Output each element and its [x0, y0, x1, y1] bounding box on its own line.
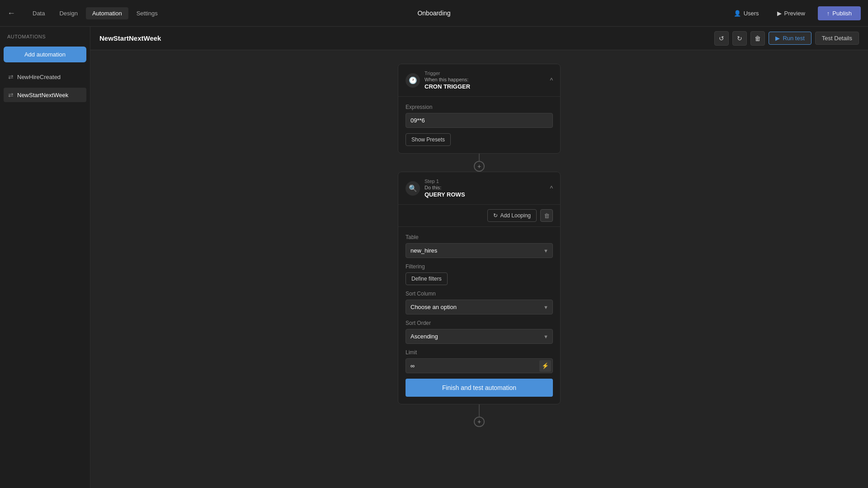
preview-icon: ▶ [777, 10, 782, 17]
page-title: NewStartNextWeek [99, 34, 161, 42]
clock-icon: 🕐 [409, 76, 417, 84]
test-details-label: Test Details [822, 35, 852, 42]
step1-meta-title: QUERY ROWS [425, 191, 465, 198]
lightning-icon: ⚡ [542, 362, 549, 369]
main-layout: Automations Add automation ⇄ NewHireCrea… [0, 27, 868, 488]
delete-automation-button[interactable]: 🗑 [750, 31, 765, 46]
step1-card: 🔍 Step 1 Do this: QUERY ROWS ^ ↻ Add Loo… [398, 172, 561, 404]
publish-label: Publish [832, 10, 852, 17]
trigger-icon: 🕐 [406, 73, 420, 88]
run-test-label: Run test [783, 35, 804, 42]
users-button[interactable]: 👤 Users [728, 7, 764, 19]
trigger-meta-title: CRON TRIGGER [425, 83, 470, 90]
sort-column-field-group: Sort Column Choose an option ▼ [406, 291, 553, 314]
undo-icon: ↺ [719, 35, 724, 42]
trigger-card-body: Expression Show Presets [398, 97, 560, 153]
users-icon: 👤 [734, 10, 741, 17]
loop-icon: ↻ [493, 212, 498, 219]
undo-button[interactable]: ↺ [714, 31, 729, 46]
sidebar-item-newhirecreated-label: NewHireCreated [17, 74, 61, 80]
sidebar-item-newstartnextweek[interactable]: ⇄ NewStartNextWeek [4, 88, 86, 102]
table-field-group: Table new_hires ▼ [406, 234, 553, 258]
sort-column-label: Sort Column [406, 291, 553, 297]
expression-field-group: Expression [406, 104, 553, 128]
trigger-card-meta: Trigger When this happens: CRON TRIGGER [425, 70, 470, 90]
table-select-wrapper: new_hires ▼ [406, 243, 553, 258]
app-title: Onboarding [417, 9, 450, 17]
header-actions: ↺ ↻ 🗑 ▶ Run test Test Details [714, 31, 859, 46]
step1-meta-label: Step 1 [425, 178, 465, 184]
show-presets-button[interactable]: Show Presets [406, 133, 451, 146]
step1-icon: 🔍 [406, 181, 420, 196]
add-automation-button[interactable]: Add automation [4, 47, 86, 62]
add-looping-button[interactable]: ↻ Add Looping [487, 209, 537, 222]
sidebar-item-newhirecreated[interactable]: ⇄ NewHireCreated [4, 70, 86, 84]
sidebar-section-title: Automations [4, 34, 86, 43]
sidebar-item-newstartnextweek-label: NewStartNextWeek [17, 92, 68, 99]
trigger-card-header-left: 🕐 Trigger When this happens: CRON TRIGGE… [406, 70, 470, 90]
main-header: NewStartNextWeek ↺ ↻ 🗑 ▶ Run test Test D… [90, 27, 868, 50]
finish-and-test-button[interactable]: Finish and test automation [406, 379, 553, 397]
limit-field-group: Limit ⚡ [406, 349, 553, 373]
expression-input[interactable] [406, 113, 553, 128]
share-icon-2: ⇄ [8, 91, 14, 99]
connector-1: + [479, 154, 480, 172]
define-filters-button[interactable]: Define filters [406, 272, 448, 285]
step1-meta-sublabel: Do this: [425, 185, 465, 190]
table-select[interactable]: new_hires [406, 243, 553, 258]
limit-variable-button[interactable]: ⚡ [539, 360, 551, 372]
tab-design[interactable]: Design [53, 7, 84, 19]
bottom-connector: + [474, 404, 485, 427]
publish-icon: ↑ [827, 10, 830, 17]
sort-order-select-wrapper: Ascending Descending ▼ [406, 329, 553, 344]
sort-column-select-wrapper: Choose an option ▼ [406, 300, 553, 314]
trigger-card: 🕐 Trigger When this happens: CRON TRIGGE… [398, 64, 561, 154]
sidebar: Automations Add automation ⇄ NewHireCrea… [0, 27, 90, 488]
topnav-right: 👤 Users ▶ Preview ↑ Publish [728, 6, 861, 20]
automation-canvas: 🕐 Trigger When this happens: CRON TRIGGE… [90, 50, 868, 488]
play-icon: ▶ [775, 35, 780, 42]
filtering-field-group: Filtering Define filters [406, 263, 553, 285]
preview-label: Preview [784, 10, 805, 17]
trigger-meta-label: Trigger [425, 70, 470, 76]
step1-card-body: Table new_hires ▼ Filtering Define filte… [398, 227, 560, 404]
limit-input[interactable] [406, 358, 553, 373]
delete-icon: 🗑 [755, 35, 761, 42]
redo-icon: ↻ [737, 35, 742, 42]
sort-order-field-group: Sort Order Ascending Descending ▼ [406, 320, 553, 344]
trigger-collapse-button[interactable]: ^ [550, 77, 553, 84]
run-test-button[interactable]: ▶ Run test [769, 32, 811, 45]
redo-button[interactable]: ↻ [732, 31, 747, 46]
topnav-left: ← Data Design Automation Settings [7, 7, 164, 19]
step1-card-meta: Step 1 Do this: QUERY ROWS [425, 178, 465, 198]
limit-input-wrapper: ⚡ [406, 358, 553, 373]
search-icon: 🔍 [409, 184, 417, 192]
step1-card-header-left: 🔍 Step 1 Do this: QUERY ROWS [406, 178, 465, 198]
add-looping-label: Add Looping [500, 212, 531, 219]
tab-data[interactable]: Data [26, 7, 51, 19]
back-button[interactable]: ← [7, 9, 15, 18]
sort-column-select[interactable]: Choose an option [406, 300, 553, 314]
plus-icon-bottom: + [477, 418, 481, 425]
preview-button[interactable]: ▶ Preview [772, 7, 811, 19]
add-looping-area: ↻ Add Looping 🗑 [398, 205, 560, 227]
nav-tabs: Data Design Automation Settings [26, 7, 164, 19]
main-content: NewStartNextWeek ↺ ↻ 🗑 ▶ Run test Test D… [90, 27, 868, 488]
add-step-button-bottom[interactable]: + [474, 417, 485, 427]
step1-card-header: 🔍 Step 1 Do this: QUERY ROWS ^ [398, 172, 560, 205]
sort-order-label: Sort Order [406, 320, 553, 326]
tab-automation[interactable]: Automation [86, 7, 128, 19]
tab-settings[interactable]: Settings [130, 7, 164, 19]
filtering-label: Filtering [406, 263, 553, 270]
sort-order-select[interactable]: Ascending Descending [406, 329, 553, 344]
users-label: Users [744, 10, 759, 17]
share-icon: ⇄ [8, 73, 14, 80]
step1-collapse-button[interactable]: ^ [550, 185, 553, 192]
top-navigation: ← Data Design Automation Settings Onboar… [0, 0, 868, 27]
publish-button[interactable]: ↑ Publish [818, 6, 861, 20]
trash-icon: 🗑 [544, 212, 550, 219]
test-details-button[interactable]: Test Details [815, 32, 859, 45]
add-step-button-1[interactable]: + [474, 161, 485, 172]
expression-label: Expression [406, 104, 553, 110]
delete-step-button[interactable]: 🗑 [540, 209, 553, 222]
